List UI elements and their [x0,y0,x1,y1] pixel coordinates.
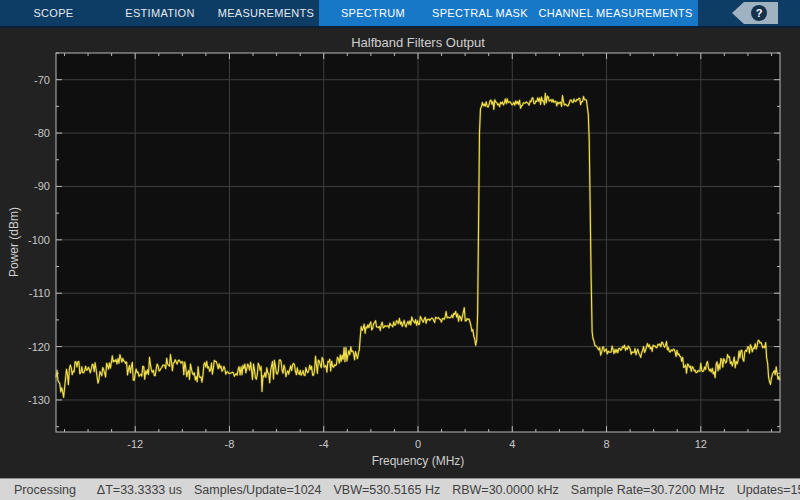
tab-group-main: SCOPEESTIMATIONMEASUREMENTS [0,0,319,26]
status-state: Processing [14,483,76,497]
x-tick-label: -8 [225,438,235,450]
y-tick-label: -130 [28,394,50,406]
x-tick-label: -4 [319,438,329,450]
toolbar-spacer [698,0,732,26]
y-tick-label: -110 [29,287,50,299]
toolstrip-tab[interactable]: MEASUREMENTS [213,0,319,26]
status-stats: ΔT=33.3333 usSamples/Update=1024VBW=530.… [97,483,800,497]
status-stat: RBW=30.0000 kHz [452,483,559,497]
x-tick-label: -12 [127,438,143,450]
spectrum-plot-canvas[interactable]: -12-8-404812-70-80-90-100-110-120-130 [0,30,800,478]
y-tick-label: -70 [34,74,50,86]
status-stat: Samples/Update=1024 [194,483,322,497]
y-tick-label: -120 [28,341,50,353]
toolstrip-tab[interactable]: ESTIMATION [107,0,213,26]
y-tick-label: -80 [34,127,50,139]
status-stat: Sample Rate=30.7200 MHz [571,483,725,497]
spectrum-analyzer-figure: Halfband Filters Output -12-8-404812-70-… [0,30,800,478]
x-tick-label: 0 [415,438,421,450]
x-tick-label: 12 [695,438,707,450]
status-stat: ΔT=33.3333 us [97,483,182,497]
status-stat: VBW=530.5165 Hz [334,483,441,497]
toolstrip-tab[interactable]: CHANNEL MEASUREMENTS [533,0,698,26]
x-axis-label: Frequency (MHz) [56,454,780,468]
toolstrip-tab[interactable]: SCOPE [0,0,107,26]
status-stat: Updates=1530 [737,483,800,497]
toolstrip-tab[interactable]: SPECTRAL MASK [427,0,533,26]
help-glyph: ? [756,8,763,19]
y-tick-label: -100 [28,234,50,246]
question-mark-icon: ? [751,5,767,21]
help-button[interactable]: ? [732,2,778,24]
toolstrip-tab[interactable]: SPECTRUM [319,0,427,26]
status-bar: Processing ΔT=33.3333 usSamples/Update=1… [0,478,800,500]
y-axis-label: Power (dBm) [7,207,21,277]
x-tick-label: 4 [509,438,515,450]
y-tick-label: -90 [34,180,50,192]
toolstrip: SCOPEESTIMATIONMEASUREMENTS SPECTRUMSPEC… [0,0,800,28]
tab-group-spectrum: SPECTRUMSPECTRAL MASKCHANNEL MEASUREMENT… [319,0,698,26]
x-tick-label: 8 [603,438,609,450]
